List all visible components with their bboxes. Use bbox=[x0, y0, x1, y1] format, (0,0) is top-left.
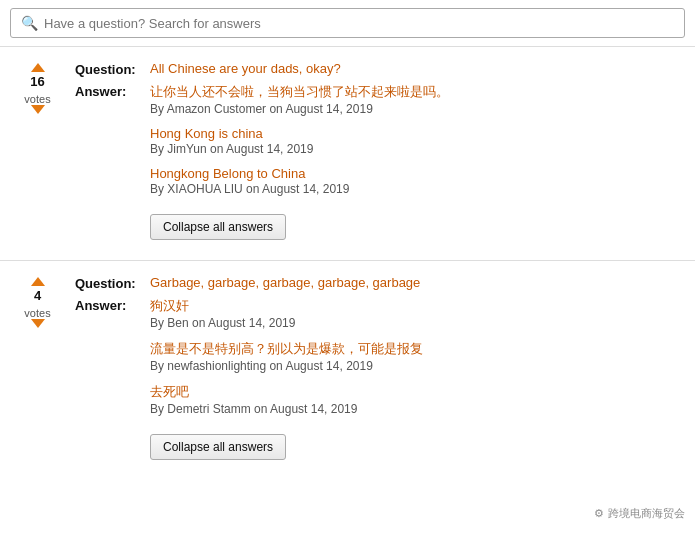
answer-text-0-1: Hong Kong is china bbox=[150, 126, 685, 141]
vote-count-0: 16 bbox=[30, 74, 44, 91]
vote-up-1[interactable] bbox=[31, 277, 45, 286]
vote-label-1: votes bbox=[24, 307, 50, 319]
answer-entry-0-0: 让你当人还不会啦，当狗当习惯了站不起来啦是吗。By Amazon Custome… bbox=[150, 83, 685, 116]
answer-meta-0-0: By Amazon Customer on August 14, 2019 bbox=[150, 102, 685, 116]
vote-down-1[interactable] bbox=[31, 319, 45, 328]
vote-up-0[interactable] bbox=[31, 63, 45, 72]
answer-meta-1-2: By Demetri Stamm on August 14, 2019 bbox=[150, 402, 685, 416]
answer-meta-1-0: By Ben on August 14, 2019 bbox=[150, 316, 685, 330]
answers-area-0: 让你当人还不会啦，当狗当习惯了站不起来啦是吗。By Amazon Custome… bbox=[150, 83, 685, 240]
search-bar[interactable]: 🔍 bbox=[10, 8, 685, 38]
answer-entry-1-2: 去死吧By Demetri Stamm on August 14, 2019 bbox=[150, 383, 685, 416]
answer-meta-0-2: By XIAOHUA LIU on August 14, 2019 bbox=[150, 182, 685, 196]
answer-entry-1-1: 流量是不是特别高？别以为是爆款，可能是报复By newfashionlighti… bbox=[150, 340, 685, 373]
qa-block-1: 4votesQuestion:Garbage, garbage, garbage… bbox=[0, 260, 695, 480]
answer-text-1-2: 去死吧 bbox=[150, 383, 685, 401]
answer-entry-1-0: 狗汉奸By Ben on August 14, 2019 bbox=[150, 297, 685, 330]
answer-meta-1-1: By newfashionlighting on August 14, 2019 bbox=[150, 359, 685, 373]
question-row-1: Question:Garbage, garbage, garbage, garb… bbox=[75, 275, 685, 291]
qa-content-1: Question:Garbage, garbage, garbage, garb… bbox=[65, 275, 685, 466]
question-text-0[interactable]: All Chinese are your dads, okay? bbox=[150, 61, 341, 77]
answer-row-1: Answer:狗汉奸By Ben on August 14, 2019流量是不是… bbox=[75, 297, 685, 460]
answer-text-1-0: 狗汉奸 bbox=[150, 297, 685, 315]
answer-row-0: Answer:让你当人还不会啦，当狗当习惯了站不起来啦是吗。By Amazon … bbox=[75, 83, 685, 240]
answer-entry-0-1: Hong Kong is chinaBy JimYun on August 14… bbox=[150, 126, 685, 156]
qa-block-0: 16votesQuestion:All Chinese are your dad… bbox=[0, 46, 695, 260]
answer-text-0-0: 让你当人还不会啦，当狗当习惯了站不起来啦是吗。 bbox=[150, 83, 685, 101]
search-input[interactable] bbox=[44, 16, 674, 31]
collapse-button-1[interactable]: Collapse all answers bbox=[150, 434, 286, 460]
collapse-button-0[interactable]: Collapse all answers bbox=[150, 214, 286, 240]
answer-label-1: Answer: bbox=[75, 297, 150, 460]
question-text-1[interactable]: Garbage, garbage, garbage, garbage, garb… bbox=[150, 275, 420, 291]
vote-section-1: 4votes bbox=[10, 275, 65, 466]
answer-text-0-2: Hongkong Belong to China bbox=[150, 166, 685, 181]
vote-section-0: 16votes bbox=[10, 61, 65, 246]
question-row-0: Question:All Chinese are your dads, okay… bbox=[75, 61, 685, 77]
search-icon: 🔍 bbox=[21, 15, 38, 31]
answer-entry-0-2: Hongkong Belong to ChinaBy XIAOHUA LIU o… bbox=[150, 166, 685, 196]
question-label-0: Question: bbox=[75, 61, 150, 77]
answer-text-1-1: 流量是不是特别高？别以为是爆款，可能是报复 bbox=[150, 340, 685, 358]
vote-label-0: votes bbox=[24, 93, 50, 105]
question-label-1: Question: bbox=[75, 275, 150, 291]
answer-meta-0-1: By JimYun on August 14, 2019 bbox=[150, 142, 685, 156]
vote-down-0[interactable] bbox=[31, 105, 45, 114]
vote-count-1: 4 bbox=[34, 288, 41, 305]
answer-label-0: Answer: bbox=[75, 83, 150, 240]
answers-area-1: 狗汉奸By Ben on August 14, 2019流量是不是特别高？别以为… bbox=[150, 297, 685, 460]
qa-content-0: Question:All Chinese are your dads, okay… bbox=[65, 61, 685, 246]
